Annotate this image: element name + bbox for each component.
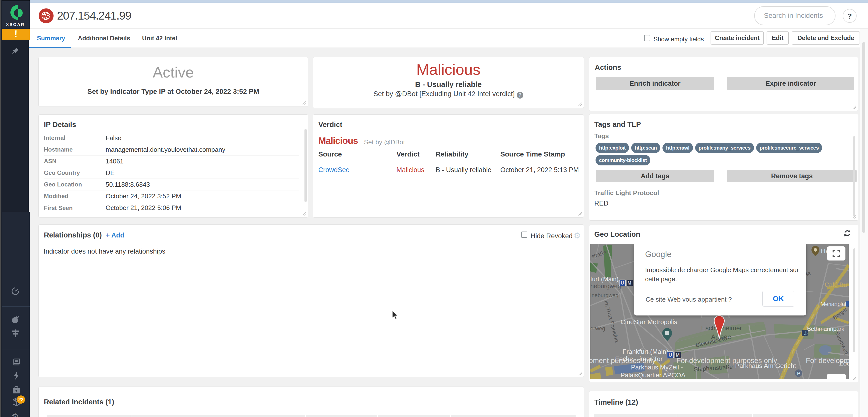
svg-text:M: M	[627, 281, 631, 285]
svg-text:PalaisQuartier APCOA: PalaisQuartier APCOA	[621, 372, 685, 379]
svg-text:Frankfurt (Main): Frankfurt (Main)	[623, 348, 669, 355]
svg-text:lneburgweg: lneburgweg	[590, 292, 619, 299]
svg-text:For development: For development	[806, 356, 849, 364]
svg-text:CineStar Metropolis: CineStar Metropolis	[621, 318, 677, 326]
svg-text:heburgweg: heburgweg	[590, 282, 621, 289]
svg-text:P: P	[797, 371, 800, 376]
svg-text:U: U	[669, 352, 672, 357]
svg-text:Café Bu: Café Bu	[825, 281, 847, 288]
svg-text:pment purposes only: pment purposes only	[590, 356, 656, 364]
svg-text:Parkhaus MyZeil -: Parkhaus MyZeil -	[631, 363, 683, 371]
svg-text:⚓: ⚓	[803, 331, 808, 336]
svg-text:furt (Main): furt (Main)	[590, 276, 619, 282]
svg-text:erweg: erweg	[590, 325, 605, 332]
svg-text:U: U	[621, 281, 624, 285]
svg-text:For development purposes only: For development purposes only	[676, 356, 777, 364]
